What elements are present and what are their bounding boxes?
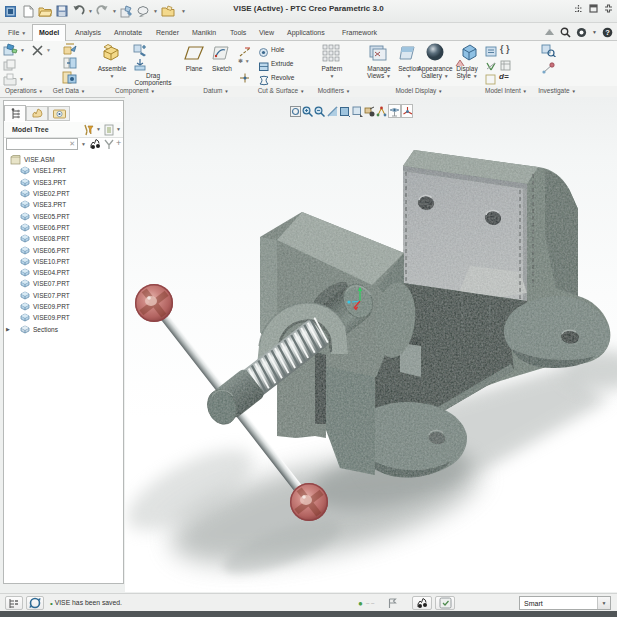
svg-text:?: ? <box>605 28 610 37</box>
